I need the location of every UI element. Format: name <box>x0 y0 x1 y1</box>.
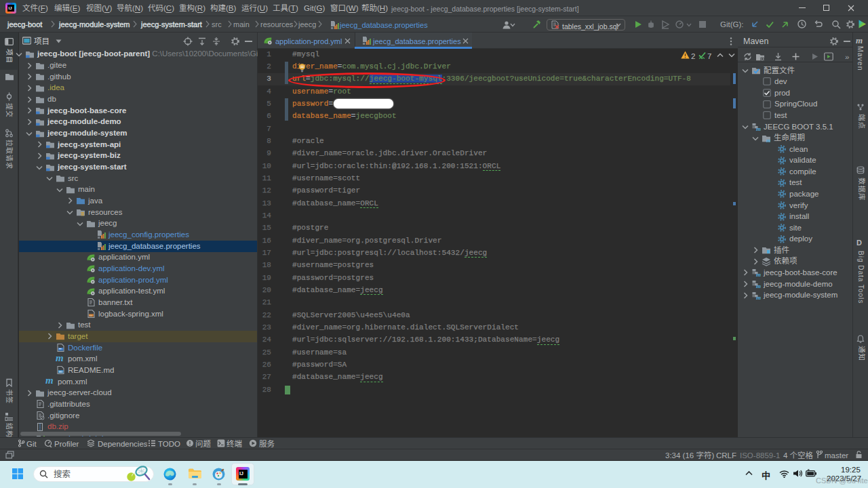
svg-text:MD: MD <box>59 371 63 373</box>
svg-text:m: m <box>756 294 761 300</box>
svg-text:m: m <box>756 283 761 289</box>
svg-text:m: m <box>766 138 770 143</box>
svg-text:<>: <> <box>90 314 92 317</box>
svg-text:m: m <box>756 272 761 278</box>
svg-text:m: m <box>756 125 761 131</box>
